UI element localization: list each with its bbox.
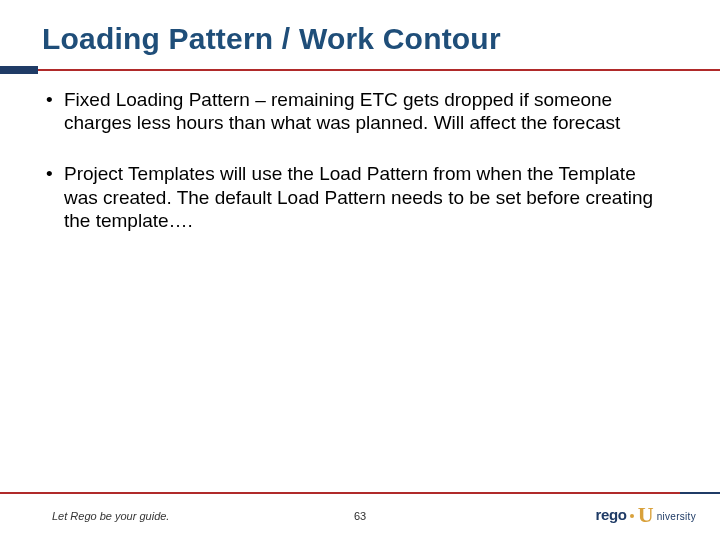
page-number: 63 xyxy=(354,510,366,522)
logo-u-text: U xyxy=(638,502,654,528)
rule-navy-segment xyxy=(0,66,38,74)
bullet-text: Fixed Loading Pattern – remaining ETC ge… xyxy=(64,88,670,134)
bullet-dot-icon: • xyxy=(46,88,64,134)
logo-dot-icon xyxy=(630,514,634,518)
rego-university-logo: regoUniversity xyxy=(595,500,696,526)
logo-rego-text: rego xyxy=(595,506,626,523)
bullet-item: • Project Templates will use the Load Pa… xyxy=(46,162,670,232)
rule-red-segment xyxy=(38,69,720,71)
slide-title: Loading Pattern / Work Contour xyxy=(42,22,690,56)
bullet-text: Project Templates will use the Load Patt… xyxy=(64,162,670,232)
logo-niversity-text: niversity xyxy=(657,511,696,522)
footer-tagline: Let Rego be your guide. xyxy=(52,510,169,522)
footer: Let Rego be your guide. 63 regoUniversit… xyxy=(0,500,720,526)
content-area: • Fixed Loading Pattern – remaining ETC … xyxy=(46,88,670,260)
bullet-dot-icon: • xyxy=(46,162,64,232)
bullet-item: • Fixed Loading Pattern – remaining ETC … xyxy=(46,88,670,134)
footer-divider xyxy=(0,492,720,494)
slide: Loading Pattern / Work Contour • Fixed L… xyxy=(0,0,720,540)
title-underline xyxy=(0,66,720,84)
